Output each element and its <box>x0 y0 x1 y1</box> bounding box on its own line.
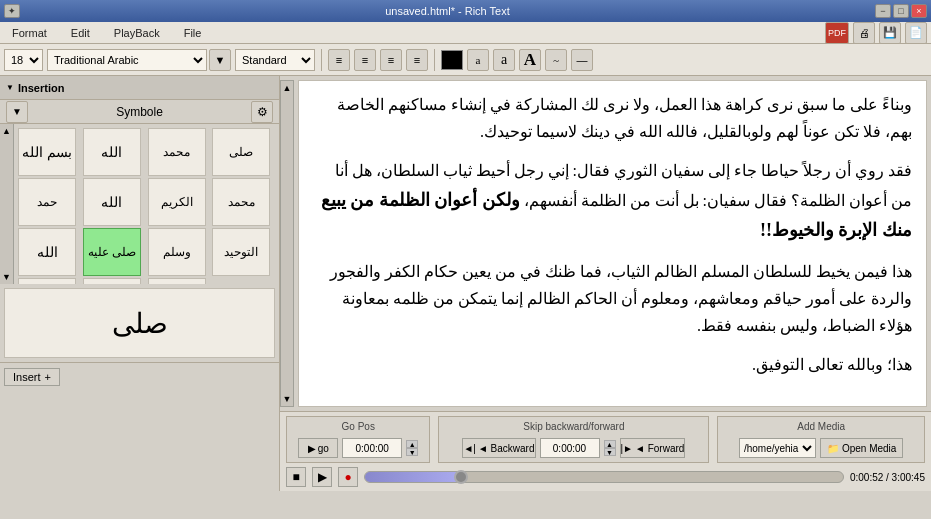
symbol-cell[interactable]: التوفيق <box>83 278 141 284</box>
insert-btn-area: Insert + <box>0 362 279 390</box>
text-small-button[interactable]: a <box>467 49 489 71</box>
progress-handle[interactable] <box>454 470 468 484</box>
backward-time-down[interactable]: ▼ <box>604 448 616 456</box>
minimize-button[interactable]: − <box>875 4 891 18</box>
add-media-row: /home/yehia 📁 Open Media <box>739 438 903 458</box>
backward-icon: ◄| <box>463 443 476 454</box>
symbol-cell[interactable]: حمد <box>18 178 76 226</box>
align-right-button[interactable]: ≡ <box>380 49 402 71</box>
skip-row: ◄| ◄ Backward ▲ ▼ |► ◄ Forward <box>462 438 685 458</box>
open-media-button[interactable]: 📁 Open Media <box>820 438 903 458</box>
stop-button[interactable]: ■ <box>286 467 306 487</box>
forward-button[interactable]: |► ◄ Forward <box>620 438 686 458</box>
text-content-area[interactable]: وبناءً على ما سبق نرى كراهة هذا العمل، و… <box>298 80 927 407</box>
menubar: Format Edit PlayBack File PDF 🖨 💾 📄 <box>0 22 931 44</box>
symbols-area: ▲ ▼ بسم الله الله محمد صلى حمد الله الكر… <box>0 124 279 284</box>
font-dropdown-btn[interactable]: ▼ <box>209 49 231 71</box>
scroll-up-arrow[interactable]: ▲ <box>0 126 13 136</box>
left-panel: ▼ Insertion ▼ Symbole ⚙ ▲ ▼ بسم الله الل… <box>0 76 280 491</box>
color-black-button[interactable] <box>441 50 463 70</box>
insertion-header: ▼ Insertion <box>0 76 279 100</box>
symbol-cell[interactable]: الله <box>83 128 141 176</box>
add-media-group: Add Media /home/yehia 📁 Open Media <box>717 416 925 463</box>
symbol-cell[interactable]: صلى <box>212 128 270 176</box>
media-path-select[interactable]: /home/yehia <box>739 438 816 458</box>
maximize-button[interactable]: □ <box>893 4 909 18</box>
pdf-icon[interactable]: PDF <box>825 22 849 44</box>
go-time-spinner: ▲ ▼ <box>406 440 418 456</box>
titlebar-left: ✦ <box>4 4 20 18</box>
page-icon[interactable]: 📄 <box>905 22 927 44</box>
go-button[interactable]: ▶ go <box>298 438 338 458</box>
align-center-button[interactable]: ≡ <box>354 49 376 71</box>
text-scroll-up[interactable]: ▲ <box>281 83 293 93</box>
symbol-cell-selected[interactable]: صلى عليه <box>83 228 141 276</box>
record-button[interactable]: ● <box>338 467 358 487</box>
symbol-cell[interactable]: محمد <box>212 178 270 226</box>
backward-time-up[interactable]: ▲ <box>604 440 616 448</box>
symbol-cell[interactable]: محمد <box>148 128 206 176</box>
go-time-down[interactable]: ▼ <box>406 448 418 456</box>
font-family-select[interactable]: Traditional Arabic Arial Times New Roman <box>47 49 207 71</box>
symbol-cell[interactable]: التوحيد <box>212 228 270 276</box>
titlebar-controls: − □ × <box>875 4 927 18</box>
menu-playback[interactable]: PlayBack <box>106 25 168 41</box>
symbol-cell[interactable]: الله <box>83 178 141 226</box>
time-display: 0:00:52 / 3:00:45 <box>850 472 925 483</box>
symbol-cell[interactable]: الله <box>18 228 76 276</box>
scroll-down-arrow[interactable]: ▼ <box>0 272 13 282</box>
folder-icon: 📁 <box>827 443 839 454</box>
go-pos-row: ▶ go ▲ ▼ <box>298 438 418 458</box>
toolbar-sep-1 <box>321 49 322 71</box>
progress-bar[interactable] <box>364 471 844 483</box>
controls-row1: Go Pos ▶ go ▲ ▼ Skip <box>286 416 925 463</box>
menu-file[interactable]: File <box>176 25 210 41</box>
right-panel: ▲ ▼ وبناءً على ما سبق نرى كراهة هذا العم… <box>280 76 931 491</box>
align-left-button[interactable]: ≡ <box>328 49 350 71</box>
backward-button[interactable]: ◄| ◄ Backward <box>462 438 535 458</box>
text-large-button[interactable]: A <box>519 49 541 71</box>
go-pos-group: Go Pos ▶ go ▲ ▼ <box>286 416 430 463</box>
go-time-up[interactable]: ▲ <box>406 440 418 448</box>
symbols-dropdown[interactable]: ▼ <box>6 101 28 123</box>
symbol-cell[interactable]: المنهج <box>18 278 76 284</box>
text-area-wrapper: ▲ ▼ وبناءً على ما سبق نرى كراهة هذا العم… <box>280 76 931 411</box>
menu-format[interactable]: Format <box>4 25 55 41</box>
play-button[interactable]: ▶ <box>312 467 332 487</box>
toolbar: 1816141224 Traditional Arabic Arial Time… <box>0 44 931 76</box>
font-size-select[interactable]: 1816141224 <box>4 49 43 71</box>
text-scroll-down[interactable]: ▼ <box>281 394 293 404</box>
print-icon[interactable]: 🖨 <box>853 22 875 44</box>
preview-symbol: صلى <box>112 307 168 340</box>
style-select[interactable]: Standard <box>235 49 315 71</box>
symbol-cell[interactable]: بسم الله <box>18 128 76 176</box>
font-family-group: Traditional Arabic Arial Times New Roman… <box>47 49 231 71</box>
text-extra-button[interactable]: — <box>571 49 593 71</box>
controls-area: Go Pos ▶ go ▲ ▼ Skip <box>280 411 931 491</box>
add-media-label: Add Media <box>797 421 845 432</box>
insert-button[interactable]: Insert + <box>4 368 60 386</box>
close-button[interactable]: × <box>911 4 927 18</box>
toolbar-sep-2 <box>434 49 435 71</box>
align-justify-button[interactable]: ≡ <box>406 49 428 71</box>
go-time-input[interactable] <box>342 438 402 458</box>
preview-area: صلى <box>4 288 275 358</box>
symbol-cell[interactable]: تهيد <box>148 278 206 284</box>
text-scroll-arrows: ▲ ▼ <box>280 80 294 407</box>
text-para-1: وبناءً على ما سبق نرى كراهة هذا العمل، و… <box>313 91 912 145</box>
backward-time-input[interactable] <box>540 438 600 458</box>
text-medium-button[interactable]: a <box>493 49 515 71</box>
backward-label: ◄ Backward <box>478 443 535 454</box>
progress-fill <box>365 472 461 482</box>
insertion-title: Insertion <box>18 82 64 94</box>
text-style-button[interactable]: ~ <box>545 49 567 71</box>
symbol-cell[interactable]: الكريم <box>148 178 206 226</box>
save-icon[interactable]: 💾 <box>879 22 901 44</box>
insert-plus-icon: + <box>45 371 51 383</box>
symbols-settings[interactable]: ⚙ <box>251 101 273 123</box>
playback-row: ■ ▶ ● 0:00:52 / 3:00:45 <box>286 467 925 487</box>
forward-label: ◄ Forward <box>635 443 684 454</box>
go-pos-label: Go Pos <box>342 421 375 432</box>
symbol-cell[interactable]: وسلم <box>148 228 206 276</box>
menu-edit[interactable]: Edit <box>63 25 98 41</box>
